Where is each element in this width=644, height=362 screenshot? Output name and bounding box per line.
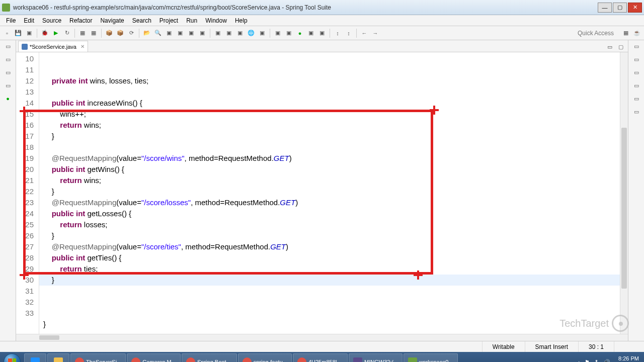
annotation-corner <box>20 107 29 116</box>
status-bar: Writable Smart Insert 30 : 1 <box>0 341 644 352</box>
menu-refactor[interactable]: Refactor <box>65 16 96 26</box>
taskbar-mingw[interactable]: MINGW32:/... <box>349 353 403 362</box>
maximize-button[interactable]: ▢ <box>613 3 627 13</box>
run-last-icon[interactable]: ↻ <box>62 28 72 38</box>
tab-label: *ScoreService.java <box>30 44 76 50</box>
quick-access[interactable]: Quick Access <box>574 30 618 37</box>
view-icon[interactable]: ▭ <box>632 68 640 76</box>
menu-search[interactable]: Search <box>128 16 155 26</box>
web-icon[interactable]: 🌐 <box>246 28 256 38</box>
view-icon[interactable]: ▭ <box>632 95 640 103</box>
tool-icon[interactable]: ▣ <box>186 28 196 38</box>
debug-icon[interactable]: 🐞 <box>40 28 50 38</box>
tray-flag-icon[interactable]: ⚑ <box>585 359 590 363</box>
taskbar-chrome-1[interactable]: TheServerSi... <box>70 353 126 362</box>
perspective-icon[interactable]: ▦ <box>621 28 631 38</box>
new-icon[interactable]: ▫ <box>2 28 12 38</box>
right-view-bar: ▭ ▭ ▭ ▭ ▭ ▭ <box>628 40 644 341</box>
tool-icon[interactable]: ▣ <box>164 28 174 38</box>
menu-run[interactable]: Run <box>182 16 201 26</box>
code-content[interactable]: private int wins, losses, ties; public i… <box>39 52 620 334</box>
menu-navigate[interactable]: Navigate <box>96 16 128 26</box>
stop-icon[interactable]: ● <box>295 28 305 38</box>
tool-icon[interactable]: ▣ <box>175 28 185 38</box>
tool-icon[interactable]: ▦ <box>77 28 88 38</box>
tool-icon[interactable]: ▣ <box>317 28 327 38</box>
app-icon <box>2 4 10 12</box>
menu-window[interactable]: Window <box>201 16 231 26</box>
maximize-view-icon[interactable]: ▢ <box>616 42 626 52</box>
nav-icon[interactable]: ↕ <box>333 28 343 38</box>
tool-icon[interactable]: ▣ <box>284 28 294 38</box>
forward-icon[interactable]: → <box>370 28 380 38</box>
package-icon[interactable]: 📦 <box>115 28 125 38</box>
save-icon[interactable]: 💾 <box>13 28 23 38</box>
taskbar-chrome-4[interactable]: spring-featu... <box>238 353 292 362</box>
refresh-icon[interactable]: ⟳ <box>126 28 136 38</box>
annotation-corner <box>20 270 29 280</box>
taskbar: TheServerSi... Cameron M... Spring Boot … <box>0 352 644 362</box>
hscroll-thumb[interactable] <box>39 335 59 340</box>
view-icon[interactable]: ▭ <box>632 108 640 116</box>
save-all-icon[interactable]: ▣ <box>24 28 34 38</box>
vertical-scrollbar[interactable] <box>620 52 628 334</box>
scroll-thumb[interactable] <box>621 128 627 289</box>
menu-help[interactable]: Help <box>231 16 252 26</box>
minimize-view-icon[interactable]: ▭ <box>605 42 615 52</box>
taskbar-sts[interactable]: workspace0... <box>404 353 458 362</box>
menu-project[interactable]: Project <box>155 16 182 26</box>
view-icon[interactable]: ▭ <box>4 55 12 63</box>
view-icon[interactable]: ▭ <box>4 81 12 89</box>
menu-bar: File Edit Source Refactor Navigate Searc… <box>0 15 644 26</box>
taskbar-chrome-2[interactable]: Cameron M... <box>127 353 181 362</box>
nav-icon[interactable]: ↕ <box>344 28 354 38</box>
taskbar-ie[interactable] <box>24 353 46 362</box>
view-icon[interactable]: ▭ <box>4 42 12 50</box>
close-tab-icon[interactable]: ✕ <box>80 44 85 49</box>
start-button[interactable] <box>1 353 23 362</box>
menu-edit[interactable]: Edit <box>20 16 38 26</box>
tray-clock[interactable]: 8:26 PM 6/22/2018 <box>614 355 639 362</box>
run-icon[interactable]: ▶ <box>51 28 61 38</box>
line-gutter: 1011121314151617181920212223242526272829… <box>16 52 39 334</box>
menu-source[interactable]: Source <box>38 16 65 26</box>
status-insert-mode: Smart Insert <box>525 341 578 352</box>
view-icon[interactable]: ▭ <box>632 42 640 50</box>
system-tray[interactable]: ▴ ⚑ 🖧 🔊 8:26 PM 6/22/2018 <box>574 355 643 362</box>
perspective-java-icon[interactable]: ☕ <box>632 28 642 38</box>
editor-tab[interactable]: *ScoreService.java ✕ <box>18 41 88 52</box>
windows-orb-icon <box>4 353 21 362</box>
horizontal-scrollbar[interactable] <box>16 334 628 341</box>
minimize-button[interactable]: — <box>598 3 612 13</box>
code-editor[interactable]: 1011121314151617181920212223242526272829… <box>16 52 628 334</box>
close-button[interactable]: ✕ <box>628 3 642 13</box>
tray-chevron-icon[interactable]: ▴ <box>578 359 581 363</box>
taskbar-chrome-3[interactable]: Spring Boot ... <box>182 353 237 362</box>
view-icon[interactable]: ● <box>4 95 12 103</box>
tool-icon[interactable]: ▣ <box>213 28 223 38</box>
window-controls: — ▢ ✕ <box>598 3 642 13</box>
title-bar: workspace06 - restful-spring-example/src… <box>0 0 644 15</box>
package-icon[interactable]: 📦 <box>104 28 114 38</box>
taskbar-explorer[interactable] <box>47 353 69 362</box>
view-icon[interactable]: ▭ <box>632 81 640 89</box>
back-icon[interactable]: ← <box>359 28 369 38</box>
menu-file[interactable]: File <box>2 16 20 26</box>
editor-container: *ScoreService.java ✕ ▭ ▢ 101112131415161… <box>16 40 628 341</box>
view-icon[interactable]: ▭ <box>632 55 640 63</box>
tool-icon[interactable]: ▣ <box>306 28 316 38</box>
tool-icon[interactable]: ▣ <box>224 28 234 38</box>
search-icon[interactable]: 🔍 <box>153 28 163 38</box>
tool-icon[interactable]: ▣ <box>235 28 245 38</box>
status-writable: Writable <box>482 341 525 352</box>
tool-icon[interactable]: ▦ <box>89 28 99 38</box>
tool-icon[interactable]: ▣ <box>197 28 207 38</box>
tool-icon[interactable]: ▣ <box>257 28 267 38</box>
taskbar-chrome-5[interactable]: 4H25m858L... <box>293 353 348 362</box>
open-type-icon[interactable]: 📂 <box>142 28 152 38</box>
view-icon[interactable]: ▭ <box>4 68 12 76</box>
tool-icon[interactable]: ▣ <box>273 28 283 38</box>
tab-bar: *ScoreService.java ✕ ▭ ▢ <box>16 40 628 52</box>
tray-network-icon[interactable]: 🖧 <box>594 359 599 362</box>
tray-volume-icon[interactable]: 🔊 <box>603 359 610 363</box>
